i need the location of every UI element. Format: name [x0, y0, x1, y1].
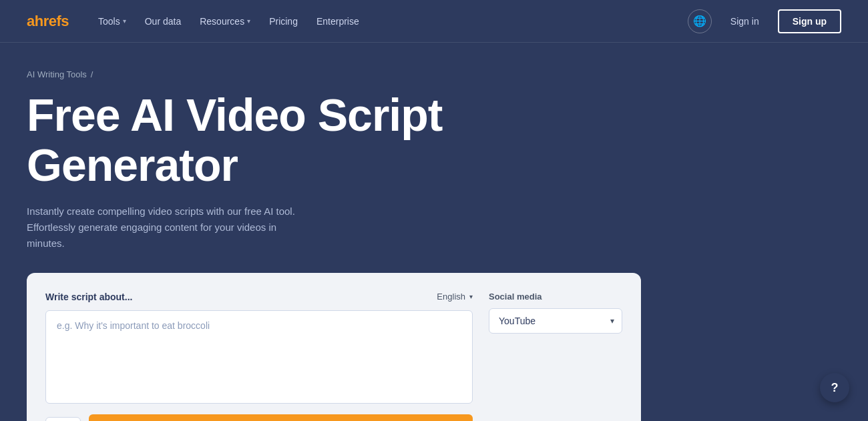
language-selector[interactable]: English ▾: [437, 292, 473, 302]
nav-item-enterprise[interactable]: Enterprise: [308, 11, 367, 32]
nav-item-pricing[interactable]: Pricing: [261, 11, 306, 32]
nav-item-ourdata[interactable]: Our data: [137, 11, 189, 32]
chevron-down-icon-2: ▾: [247, 17, 250, 25]
breadcrumb: AI Writing Tools /: [27, 69, 841, 79]
page-title: Free AI Video Script Generator: [27, 90, 628, 190]
language-globe-button[interactable]: 🌐: [688, 9, 712, 33]
chevron-down-icon: ▾: [123, 17, 126, 25]
form-main: Write script about... English ▾ ✦ 0 Gene…: [45, 292, 473, 421]
nav-label-enterprise: Enterprise: [316, 16, 359, 27]
nav-item-tools[interactable]: Tools ▾: [90, 11, 134, 32]
form-bottom-row: ✦ 0 Generate script: [45, 414, 473, 421]
form-card: Write script about... English ▾ ✦ 0 Gene…: [27, 273, 641, 421]
form-sidebar: Social media YouTube Instagram TikTok Fa…: [489, 292, 622, 421]
help-button[interactable]: ?: [820, 373, 849, 402]
nav-item-resources[interactable]: Resources ▾: [192, 11, 258, 32]
form-label-row: Write script about... English ▾: [45, 292, 473, 302]
breadcrumb-parent-link[interactable]: AI Writing Tools: [27, 69, 87, 79]
logo-text: hrefs: [35, 13, 69, 29]
chevron-down-icon-3: ▾: [469, 293, 473, 300]
nav-label-resources: Resources: [200, 16, 244, 27]
nav-links: Tools ▾ Our data Resources ▾ Pricing Ent…: [90, 11, 688, 32]
script-field-label: Write script about...: [45, 292, 132, 302]
nav-label-ourdata: Our data: [145, 16, 181, 27]
sign-in-button[interactable]: Sign in: [720, 11, 770, 32]
hero-section: AI Writing Tools / Free AI Video Script …: [0, 43, 868, 421]
language-label: English: [437, 292, 465, 302]
navbar: ahrefs Tools ▾ Our data Resources ▾ Pric…: [0, 0, 868, 43]
hero-description: Instantly create compelling video script…: [27, 203, 307, 252]
social-media-label: Social media: [489, 292, 622, 302]
generate-button[interactable]: Generate script: [89, 414, 473, 421]
breadcrumb-separator: /: [91, 69, 93, 79]
social-media-select[interactable]: YouTube Instagram TikTok Facebook Twitte…: [489, 308, 622, 334]
nav-label-tools: Tools: [98, 16, 120, 27]
sign-up-button[interactable]: Sign up: [778, 9, 841, 33]
script-textarea[interactable]: [45, 310, 473, 404]
globe-icon: 🌐: [693, 15, 706, 27]
nav-actions: 🌐 Sign in Sign up: [688, 9, 841, 33]
social-media-select-wrapper: YouTube Instagram TikTok Facebook Twitte…: [489, 308, 622, 334]
logo[interactable]: ahrefs: [27, 13, 69, 30]
nav-label-pricing: Pricing: [269, 16, 298, 27]
char-counter: ✦ 0: [45, 417, 81, 421]
logo-accent: a: [27, 13, 35, 29]
